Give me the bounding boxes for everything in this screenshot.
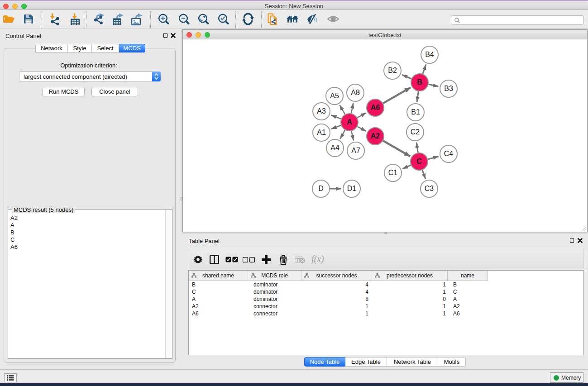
- svg-text:D: D: [318, 185, 324, 192]
- svg-text:C: C: [416, 157, 422, 165]
- svg-text:C2: C2: [411, 128, 420, 136]
- svg-text:C1: C1: [388, 169, 398, 176]
- svg-text:A5: A5: [330, 92, 339, 100]
- svg-text:A8: A8: [351, 89, 360, 96]
- svg-text:B3: B3: [444, 85, 453, 92]
- svg-text:B: B: [417, 78, 422, 86]
- svg-text:B4: B4: [425, 51, 434, 58]
- svg-text:D1: D1: [347, 185, 357, 192]
- svg-text:A3: A3: [317, 107, 326, 115]
- svg-text:A6: A6: [371, 104, 380, 111]
- svg-text:A7: A7: [351, 147, 360, 154]
- svg-text:C3: C3: [425, 185, 434, 192]
- svg-text:A4: A4: [330, 144, 339, 152]
- svg-text:B2: B2: [388, 67, 397, 74]
- svg-text:C4: C4: [444, 150, 454, 157]
- svg-text:B1: B1: [411, 108, 420, 116]
- svg-text:A: A: [347, 118, 352, 126]
- svg-text:A2: A2: [371, 132, 380, 140]
- svg-text:A1: A1: [317, 129, 326, 136]
